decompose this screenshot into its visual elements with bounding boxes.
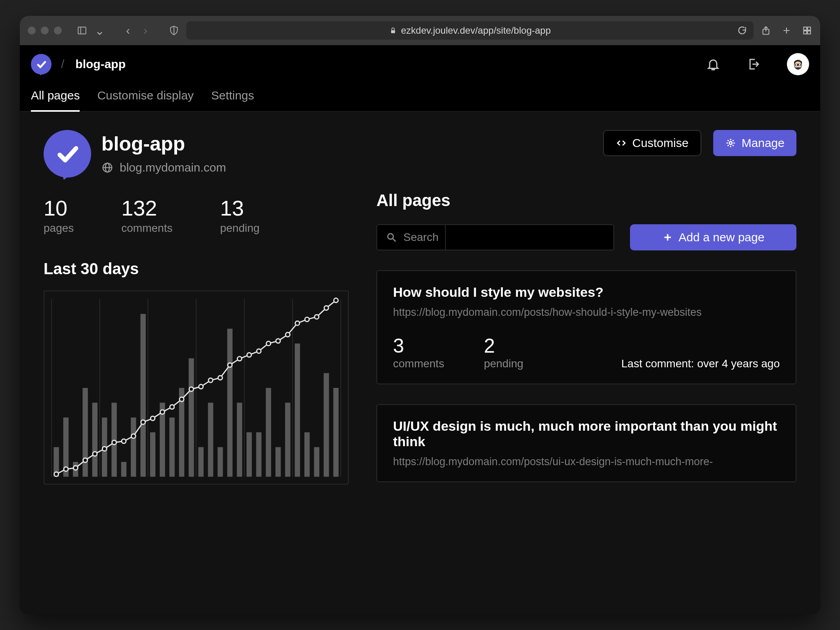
- stat-pending-label: pending: [220, 222, 260, 235]
- traffic-lights: [28, 27, 62, 34]
- site-domain[interactable]: blog.mydomain.com: [101, 161, 226, 174]
- svg-rect-41: [169, 418, 174, 477]
- svg-point-65: [112, 440, 116, 445]
- tab-all-pages[interactable]: All pages: [31, 83, 80, 112]
- minimize-window-icon[interactable]: [41, 27, 49, 34]
- svg-rect-47: [227, 329, 232, 477]
- logout-icon[interactable]: [746, 57, 761, 71]
- svg-point-73: [189, 387, 193, 391]
- forward-icon[interactable]: ›: [140, 25, 151, 36]
- tab-customise-display[interactable]: Customise display: [97, 83, 193, 111]
- reload-icon[interactable]: [737, 25, 747, 36]
- page-card-comments-label: comments: [393, 357, 444, 370]
- back-icon[interactable]: ‹: [123, 25, 133, 36]
- svg-rect-37: [131, 418, 136, 477]
- svg-point-84: [295, 321, 300, 325]
- page-card[interactable]: How should I style my websites? https://…: [376, 270, 796, 384]
- stat-pending: 13 pending: [220, 196, 260, 235]
- svg-rect-54: [295, 344, 300, 477]
- svg-point-89: [388, 234, 393, 239]
- svg-point-69: [151, 416, 155, 420]
- svg-point-82: [276, 339, 280, 343]
- svg-point-67: [131, 434, 136, 438]
- svg-point-68: [141, 420, 145, 424]
- svg-rect-45: [208, 403, 213, 477]
- svg-rect-10: [804, 31, 807, 34]
- sidebar-toggle-icon[interactable]: [77, 25, 87, 36]
- svg-rect-3: [391, 30, 395, 33]
- svg-rect-33: [92, 403, 97, 477]
- svg-rect-36: [121, 462, 126, 477]
- new-tab-icon[interactable]: [781, 25, 792, 36]
- search-input[interactable]: [445, 225, 605, 250]
- svg-point-81: [266, 341, 271, 346]
- browser-chrome: ⌄ ‹ › ezkdev.joulev.dev/app/site/blog-ap…: [20, 16, 820, 45]
- svg-rect-49: [246, 432, 252, 477]
- globe-icon: [101, 162, 113, 174]
- browser-window: ⌄ ‹ › ezkdev.joulev.dev/app/site/blog-ap…: [20, 16, 820, 614]
- svg-rect-8: [804, 27, 807, 30]
- bell-icon[interactable]: [706, 57, 720, 71]
- url-bar[interactable]: ezkdev.joulev.dev/app/site/blog-app: [186, 21, 754, 40]
- shield-icon[interactable]: [169, 25, 179, 36]
- svg-point-61: [73, 466, 78, 470]
- svg-rect-46: [218, 447, 223, 477]
- search-box[interactable]: Search: [376, 224, 614, 250]
- avatar[interactable]: [787, 53, 809, 75]
- tabs-overview-icon[interactable]: [802, 25, 812, 36]
- svg-point-87: [324, 306, 328, 310]
- maximize-window-icon[interactable]: [54, 27, 62, 34]
- page-card-url: https://blog.mydomain.com/posts/ui-ux-de…: [393, 456, 780, 468]
- svg-rect-43: [189, 358, 194, 477]
- page-card[interactable]: UI/UX design is much, much more importan…: [376, 404, 796, 482]
- breadcrumb-site[interactable]: blog-app: [75, 57, 126, 71]
- svg-point-71: [170, 405, 174, 409]
- share-icon[interactable]: [761, 25, 771, 36]
- svg-point-77: [228, 363, 232, 367]
- svg-point-79: [247, 353, 251, 357]
- svg-rect-57: [324, 373, 329, 477]
- page-card-pending: 2 pending: [484, 334, 523, 370]
- svg-point-60: [64, 467, 68, 471]
- svg-rect-50: [256, 432, 262, 477]
- svg-rect-44: [198, 447, 203, 477]
- svg-rect-53: [285, 403, 290, 477]
- svg-rect-39: [150, 432, 155, 477]
- stat-pending-value: 13: [220, 196, 260, 220]
- svg-point-62: [83, 458, 88, 462]
- plus-icon: [662, 232, 673, 243]
- svg-point-70: [160, 410, 164, 414]
- manage-button-label: Manage: [742, 136, 785, 150]
- svg-point-88: [334, 298, 338, 303]
- page-card-comments: 3 comments: [393, 334, 444, 370]
- stat-pages: 10 pages: [44, 196, 74, 235]
- customise-button-label: Customise: [632, 136, 689, 150]
- page-card-last-comment: Last comment: over 4 years ago: [621, 357, 780, 370]
- svg-point-64: [102, 447, 107, 451]
- chevron-down-icon[interactable]: ⌄: [94, 25, 105, 36]
- stat-pages-label: pages: [44, 222, 74, 235]
- pages-section-title: All pages: [376, 191, 796, 210]
- search-icon: [386, 232, 397, 243]
- chart-title: Last 30 days: [44, 260, 349, 278]
- activity-chart: [44, 290, 349, 485]
- add-page-button[interactable]: Add a new page: [630, 224, 796, 250]
- page-body: blog-app blog.mydomain.com Customise Man…: [20, 112, 820, 614]
- tabs: All pages Customise display Settings: [20, 83, 820, 112]
- manage-button[interactable]: Manage: [713, 130, 796, 156]
- svg-rect-48: [237, 403, 242, 477]
- customise-button[interactable]: Customise: [603, 130, 701, 156]
- svg-point-76: [218, 376, 222, 380]
- site-name: blog-app: [101, 132, 226, 155]
- svg-rect-56: [314, 447, 319, 477]
- stat-pages-value: 10: [44, 196, 74, 220]
- tab-settings[interactable]: Settings: [211, 83, 254, 111]
- page-card-title: UI/UX design is much, much more importan…: [393, 418, 780, 449]
- svg-point-72: [179, 397, 184, 401]
- svg-point-86: [315, 315, 319, 319]
- stat-comments: 132 comments: [121, 196, 172, 235]
- close-window-icon[interactable]: [28, 27, 36, 34]
- code-icon: [616, 137, 627, 149]
- app-logo[interactable]: [31, 54, 52, 74]
- stat-comments-label: comments: [121, 222, 172, 235]
